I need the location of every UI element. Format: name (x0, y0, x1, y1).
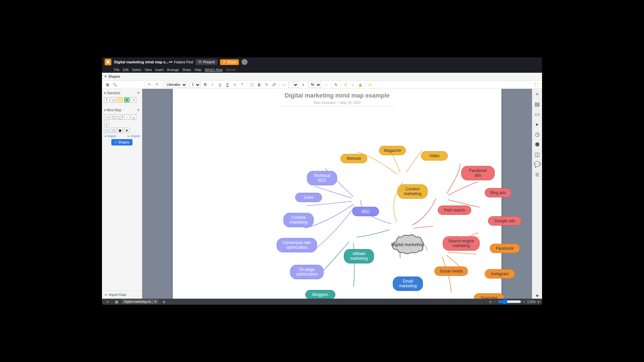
chat-icon[interactable]: 💬 (534, 161, 540, 167)
arrow-end-icon[interactable]: → (323, 82, 329, 87)
menu-view[interactable]: View (145, 68, 152, 72)
bold-icon[interactable]: B (203, 82, 208, 87)
node-content-mkt[interactable]: Content marketing (397, 184, 428, 199)
linewidth-select[interactable]: 1 px (288, 82, 299, 88)
search-icon[interactable]: 🔍 (112, 82, 117, 87)
fill-icon[interactable]: ▢ (249, 82, 255, 87)
share-button[interactable]: Share (220, 59, 239, 65)
avatar[interactable] (241, 59, 248, 65)
node-content-seo[interactable]: Content marketing (283, 213, 314, 227)
grid-view-icon[interactable]: ▦ (113, 299, 119, 305)
underline-icon[interactable]: U (217, 82, 223, 87)
italic-icon[interactable]: I (210, 82, 215, 87)
shape-pentagon-icon[interactable]: ⬠ (104, 128, 109, 133)
page-icon[interactable]: ▤ (534, 101, 540, 107)
redo-icon[interactable]: ↷ (154, 82, 159, 87)
menu-arrange[interactable]: Arrange (167, 68, 179, 72)
node-links[interactable]: Links (295, 193, 322, 202)
import-link[interactable]: ⇥ Import (104, 134, 116, 138)
zoom-slider[interactable] (498, 299, 521, 304)
settings-icon[interactable]: ✦ (534, 293, 540, 299)
canvas[interactable]: Digital marketing mind map example Beto … (173, 89, 501, 299)
fullscreen-icon[interactable]: ⛶ (534, 82, 539, 87)
lock-icon[interactable]: ⌂ (350, 82, 356, 87)
comment-rail-icon[interactable]: ▭ (534, 111, 540, 117)
section-mindmap[interactable]: Mind Map (107, 108, 121, 112)
note-tool-icon[interactable] (117, 97, 123, 103)
zoom-fit-icon[interactable]: ⊙ (489, 300, 492, 304)
arrow-start-select[interactable]: None (308, 82, 321, 88)
collapse-rail-icon[interactable]: « (534, 91, 540, 97)
node-paid-search[interactable]: Paid search (438, 205, 471, 215)
shape-octagon-icon[interactable]: ⯃ (117, 128, 123, 133)
feature-find[interactable]: Feature Find (169, 60, 193, 64)
canvas-background[interactable]: Digital marketing mind map example Beto … (142, 89, 532, 299)
border-icon[interactable]: ◧ (257, 82, 262, 87)
shape-triangle-icon[interactable]: △ (131, 114, 136, 120)
layers-icon[interactable]: ⇅ (333, 82, 338, 87)
import-data-button[interactable]: ⇥ Import Data (102, 291, 142, 299)
padlock-icon[interactable]: 🔒 (358, 82, 363, 87)
node-bing-ads[interactable]: Bing ads (485, 188, 512, 197)
node-social[interactable]: Social media (434, 266, 468, 276)
node-sem[interactable]: Search engine marketing (443, 236, 480, 251)
export-link[interactable]: ⇤ Export (127, 134, 140, 138)
menu-edit[interactable]: Edit (123, 68, 128, 72)
page-tab[interactable]: Digital marketing mi... ▾ (122, 299, 158, 304)
node-website[interactable]: Website (340, 154, 367, 163)
node-cro[interactable]: Conversion rate optimization (277, 238, 317, 252)
node-fb-ads[interactable]: Facebook ads (461, 166, 495, 180)
node-onpage[interactable]: On-page optimization (290, 265, 324, 279)
add-page-icon[interactable]: ⊕ (161, 299, 167, 305)
outline-view-icon[interactable]: ≡ (105, 299, 111, 305)
close-icon[interactable]: ✕ (137, 91, 140, 95)
zoom-value[interactable]: 110% (527, 300, 536, 304)
app-logo-icon[interactable] (105, 59, 111, 65)
undo-icon[interactable]: ↶ (147, 82, 152, 87)
shape-circle-icon[interactable]: ○ (124, 114, 129, 120)
history-icon[interactable]: ◷ (534, 131, 540, 137)
stack-icon[interactable]: ≣ (534, 171, 540, 177)
line-style-icon[interactable]: — (281, 82, 286, 87)
node-affiliate[interactable]: Affiliate marketing (344, 249, 374, 263)
page-title[interactable]: Digital marketing mind map example (173, 92, 501, 99)
shape-rounded-rect-icon[interactable]: ▭ (104, 114, 109, 120)
zoom-in-icon[interactable]: + (523, 300, 525, 304)
data-icon[interactable]: ⬢ (534, 141, 540, 147)
presentation-icon[interactable]: ▸ (534, 121, 540, 127)
shape-plus-icon[interactable]: ✚ (124, 128, 129, 133)
rect-tool-icon[interactable]: ▭ (111, 97, 116, 103)
node-google-ads[interactable]: Google ads (488, 216, 522, 226)
link-icon[interactable]: 🔗 (271, 82, 277, 87)
text-tool-icon[interactable]: T (104, 97, 109, 103)
connector-icon[interactable]: ↳ (301, 82, 306, 87)
line-tool-icon[interactable]: ↗ (131, 97, 136, 103)
dynamic-tool-icon[interactable]: ✦ (124, 97, 129, 103)
node-email[interactable]: Email marketing (393, 277, 423, 291)
magic-icon[interactable]: ✨ (367, 82, 373, 87)
menu-select[interactable]: Select (132, 68, 141, 72)
document-title[interactable]: Digital marketing mind map e... (114, 60, 169, 64)
textformat-icon[interactable]: T (239, 82, 245, 87)
menu-help[interactable]: Help (195, 68, 202, 72)
shape-diamond-icon[interactable]: ◇ (104, 121, 109, 126)
fontsize-select[interactable]: 9 pt (189, 82, 201, 88)
node-tech-seo[interactable]: Technical SEO (307, 171, 337, 185)
node-snapchat[interactable]: Snapchat (474, 293, 504, 299)
node-video[interactable]: Video (421, 151, 448, 161)
menu-share[interactable]: Share (182, 68, 191, 72)
present-button[interactable]: Present (196, 59, 217, 65)
section-standard[interactable]: Standard (107, 91, 120, 95)
menu-whatsnew[interactable]: What's New (205, 68, 223, 72)
shape-hexagon-icon[interactable]: ⬡ (111, 128, 116, 133)
node-bloggers[interactable]: Bloggers (305, 290, 335, 299)
insert-image-icon[interactable]: ▦ (105, 82, 110, 87)
shape-ellipse-icon[interactable]: ◯ (117, 114, 123, 120)
node-seo[interactable]: SEO (352, 207, 379, 216)
node-instagram[interactable]: Instagram (485, 269, 515, 279)
align-icon[interactable]: ≡ (232, 82, 237, 87)
zoom-out-icon[interactable]: − (494, 300, 496, 304)
bolt-icon[interactable]: ⚡ (343, 82, 348, 87)
textcolor-icon[interactable]: A (225, 82, 230, 87)
node-facebook[interactable]: Facebook (490, 244, 520, 253)
